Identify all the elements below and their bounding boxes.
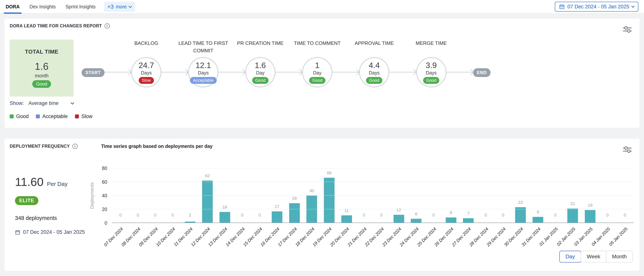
legend-item: Good	[10, 113, 29, 119]
report-tabs: DORA Dev Insights Sprint Insights	[6, 0, 96, 13]
stage-circle[interactable]: 1.6DayGood	[245, 57, 276, 87]
stage-unit: Days	[141, 70, 152, 76]
deployment-card-header: DEPLOYMENT FREQUENCY Time series graph b…	[10, 144, 634, 149]
stage-label: APPROVAL TIME	[345, 40, 404, 57]
pipeline-arrow-icon	[389, 72, 416, 72]
deployment-rate-value: 11.60	[15, 175, 44, 189]
chevron-down-icon	[128, 4, 132, 8]
bar-value-label: 0	[484, 213, 487, 218]
bar-slot: 028 Dec 2024	[477, 168, 494, 223]
tab-dora[interactable]: DORA	[6, 0, 20, 13]
bar-value-label: 2	[189, 213, 191, 218]
granularity-week-button[interactable]: Week	[580, 251, 606, 262]
deployment-bar[interactable]	[515, 207, 526, 223]
deployment-rate: 11.60 Per Day	[15, 175, 85, 189]
pipeline-stage: PR CREATION TIME1.6DayGood	[245, 40, 276, 87]
stage-circle[interactable]: 1DayGood	[302, 57, 332, 87]
pipeline-stage: TIME TO COMMENT1DayGood	[302, 40, 332, 87]
bar-slot: 2917 Dec 2024	[286, 168, 303, 223]
stage-circle[interactable]: 12.1DaysAcceptable	[188, 57, 218, 87]
bar-slot: 931 Dec 2024	[529, 168, 547, 223]
total-time-status-badge: Good	[32, 80, 51, 88]
total-time-value: 1.6	[10, 61, 74, 72]
bar-slot: 2102 Jan 2025	[564, 168, 582, 223]
gridline	[112, 168, 634, 168]
y-axis-tick: 60	[102, 179, 107, 185]
gridline	[112, 223, 634, 223]
bar-value-label: 7	[467, 211, 470, 216]
bar-slot: 1613 Dec 2024	[216, 168, 234, 223]
deployment-rate-unit: Per Day	[47, 181, 68, 187]
show-metric-dropdown[interactable]: Show: Average time	[10, 100, 74, 106]
bar-value-label: 17	[275, 204, 279, 209]
pipeline-stage: BACKLOG24.7DaysSlow	[131, 40, 162, 87]
stage-unit: Days	[198, 70, 209, 76]
stats-date-range: 07 Dec 2024 - 05 Jan 2025	[15, 229, 85, 235]
stage-value: 4.4	[369, 61, 380, 70]
bar-value-label: 0	[624, 213, 626, 218]
legend-swatch	[75, 114, 79, 118]
legend-item: Acceptable	[36, 113, 68, 119]
bar-slot: 6212 Dec 2024	[199, 168, 216, 223]
deployment-bar[interactable]	[585, 210, 596, 223]
deployment-bar[interactable]	[220, 212, 230, 223]
y-axis-tick: 80	[102, 166, 107, 171]
bar-slot: 007 Dec 2024	[112, 168, 129, 223]
stage-circle[interactable]: 24.7DaysSlow	[131, 57, 162, 87]
chart-settings-icon[interactable]	[623, 146, 632, 154]
bar-value-label: 8	[450, 210, 452, 215]
y-axis-tick: 40	[102, 193, 107, 198]
stage-circle[interactable]: 4.4DaysGood	[359, 57, 389, 87]
bar-slot: 010 Dec 2024	[164, 168, 182, 223]
granularity-toggle: DayWeekMonth	[559, 251, 633, 262]
bar-value-label: 23	[518, 200, 523, 205]
x-axis-date-label: 01 Jan 2025	[538, 226, 559, 247]
granularity-day-button[interactable]: Day	[559, 251, 581, 262]
stage-status-badge: Slow	[139, 77, 154, 84]
bar-value-label: 29	[292, 196, 296, 201]
deployment-title-block: DEPLOYMENT FREQUENCY	[10, 144, 98, 149]
deployment-bar[interactable]	[289, 203, 300, 223]
lead-time-pipeline: START BACKLOG24.7DaysSlowLEAD TIME TO FI…	[82, 40, 490, 87]
pipeline-arrow-icon	[104, 72, 131, 72]
deployment-bar[interactable]	[324, 178, 334, 223]
deployment-bar[interactable]	[394, 215, 404, 223]
bar-slot: 004 Jan 2025	[599, 168, 616, 223]
bar-value-label: 0	[119, 213, 122, 218]
pipeline-arrow-icon	[218, 72, 245, 72]
tab-dev-insights[interactable]: Dev Insights	[30, 0, 56, 13]
deployment-bar[interactable]	[446, 217, 456, 223]
deployment-bar[interactable]	[202, 181, 213, 223]
stage-value: 1	[315, 61, 319, 70]
info-icon[interactable]	[72, 144, 78, 149]
info-icon[interactable]	[104, 23, 110, 29]
y-axis-label: Deployments	[89, 182, 95, 209]
deployment-card-title: DEPLOYMENT FREQUENCY	[10, 144, 70, 149]
deployment-bar[interactable]	[567, 209, 578, 223]
deployment-bar[interactable]	[341, 215, 352, 223]
deployment-bar[interactable]	[463, 218, 474, 223]
bar-slot: 826 Dec 2024	[442, 168, 460, 223]
chart-settings-icon[interactable]	[623, 25, 632, 34]
deployment-bar[interactable]	[411, 219, 422, 223]
tab-sprint-insights[interactable]: Sprint Insights	[66, 0, 96, 13]
deployment-bar[interactable]	[306, 196, 317, 223]
pipeline-stage: APPROVAL TIME4.4DaysGood	[359, 40, 389, 87]
deployments-bar-chart: Deployments 007 Dec 2024008 Dec 2024009 …	[112, 168, 634, 223]
total-time-unit: month	[10, 73, 74, 79]
lead-time-card-header: DORA LEAD TIME FOR CHANGES REPORT	[10, 23, 634, 29]
deployment-stats: 11.60 Per Day ELITE 348 deployments 07 D…	[15, 175, 85, 235]
granularity-month-button[interactable]: Month	[606, 251, 632, 262]
bar-slot: 014 Dec 2024	[234, 168, 251, 223]
date-range-picker[interactable]: 07 Dec 2024 - 05 Jan 2025	[555, 2, 638, 12]
y-axis-tick: 0	[104, 220, 107, 226]
deployment-bar[interactable]	[272, 211, 282, 223]
bar-value-label: 0	[554, 213, 556, 218]
stage-label: PR CREATION TIME	[231, 40, 290, 57]
more-tabs-button[interactable]: +3 more	[104, 2, 135, 12]
show-selected-value: Average time	[28, 100, 59, 106]
bar-slot: 021 Dec 2024	[355, 168, 373, 223]
stage-label: BACKLOG	[117, 40, 176, 57]
deployment-bar[interactable]	[532, 217, 543, 223]
stage-circle[interactable]: 3.9DaysGood	[416, 57, 446, 87]
